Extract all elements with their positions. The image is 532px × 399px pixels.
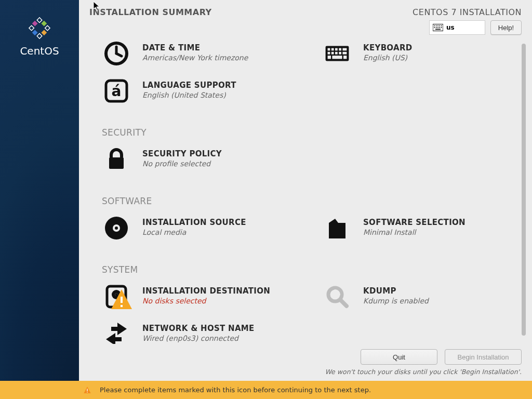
scrollbar-thumb[interactable]: [522, 44, 526, 336]
svg-rect-46: [87, 389, 87, 391]
spoke-status: English (US): [363, 54, 413, 62]
svg-rect-2: [32, 30, 38, 35]
language-icon: á: [102, 78, 131, 103]
svg-rect-47: [87, 392, 87, 392]
spoke-status: Local media: [142, 228, 246, 236]
lock-icon: [102, 147, 131, 172]
keyboard-icon: [433, 24, 443, 31]
magnifier-icon: [323, 284, 352, 309]
centos-logo-icon: [27, 16, 52, 41]
spoke-title: INSTALLATION SOURCE: [142, 218, 246, 227]
spoke-title: SOFTWARE SELECTION: [363, 218, 466, 227]
svg-rect-21: [331, 48, 334, 51]
svg-rect-26: [331, 52, 334, 55]
svg-rect-29: [342, 52, 347, 55]
spoke-status: Americas/New York timezone: [142, 54, 248, 62]
svg-rect-20: [328, 48, 330, 51]
spoke-title: KDUMP: [363, 286, 429, 296]
svg-rect-32: [343, 56, 347, 59]
warning-bar: Please complete items marked with this i…: [0, 381, 532, 399]
spoke-status: Kdump is enabled: [363, 297, 429, 305]
spoke-title: SECURITY POLICY: [142, 149, 222, 158]
footer-hint: We won't touch your disks until you clic…: [79, 368, 522, 376]
spoke-status: Minimal Install: [363, 228, 466, 236]
spoke-title: INSTALLATION DESTINATION: [142, 286, 270, 296]
sidebar: CentOS: [0, 0, 79, 381]
svg-rect-22: [335, 48, 338, 51]
category-system: SYSTEM: [102, 264, 512, 275]
spoke-installation-destination[interactable]: INSTALLATION DESTINATION No disks select…: [102, 284, 291, 309]
svg-rect-30: [328, 56, 331, 59]
svg-rect-9: [441, 25, 442, 26]
spoke-language[interactable]: á LANGUAGE SUPPORT English (United State…: [102, 78, 512, 103]
spoke-installation-source[interactable]: INSTALLATION SOURCE Local media: [102, 216, 291, 241]
svg-rect-24: [342, 48, 347, 51]
spoke-kdump[interactable]: KDUMP Kdump is enabled: [323, 284, 512, 309]
category-security: SECURITY: [102, 127, 512, 138]
svg-rect-1: [41, 30, 47, 35]
svg-rect-11: [436, 27, 437, 28]
hard-drive-icon: [102, 284, 131, 309]
spoke-datetime[interactable]: DATE & TIME Americas/New York timezone: [102, 41, 291, 66]
svg-rect-31: [332, 56, 342, 59]
svg-rect-13: [440, 27, 441, 28]
brand-text: CentOS: [20, 45, 59, 57]
spoke-title: LANGUAGE SUPPORT: [142, 81, 236, 90]
product-title: CENTOS 7 INSTALLATION: [413, 7, 522, 17]
svg-rect-8: [440, 25, 441, 26]
svg-rect-5: [434, 25, 435, 26]
spoke-title: KEYBOARD: [363, 43, 413, 52]
spoke-software-selection[interactable]: SOFTWARE SELECTION Minimal Install: [323, 216, 512, 241]
disc-icon: [102, 216, 131, 241]
spoke-status: No profile selected: [142, 159, 222, 168]
svg-line-45: [340, 300, 347, 306]
svg-point-38: [115, 227, 118, 230]
spoke-status: Wired (enp0s3) connected: [142, 334, 255, 342]
svg-rect-12: [437, 27, 438, 28]
warning-text: Please complete items marked with this i…: [100, 386, 371, 394]
category-software: SOFTWARE: [102, 196, 512, 206]
svg-rect-27: [335, 52, 338, 55]
svg-rect-43: [121, 305, 123, 307]
svg-rect-0: [41, 21, 47, 26]
svg-rect-15: [435, 29, 441, 30]
spoke-keyboard[interactable]: KEYBOARD English (US): [323, 41, 512, 66]
page-title: INSTALLATION SUMMARY: [89, 7, 212, 35]
warning-icon: [83, 386, 91, 394]
spoke-security-policy[interactable]: SECURITY POLICY No profile selected: [102, 147, 512, 172]
warning-badge-icon: [109, 287, 134, 312]
network-arrows-icon: [102, 322, 131, 344]
spoke-network[interactable]: NETWORK & HOST NAME Wired (enp0s3) conne…: [102, 322, 512, 344]
keyboard-layout-selector[interactable]: us: [429, 20, 485, 35]
package-icon: [323, 216, 352, 241]
begin-installation-button: Begin Installation: [445, 349, 522, 365]
svg-rect-28: [339, 52, 341, 55]
svg-rect-10: [434, 27, 435, 28]
keyboard-large-icon: [323, 41, 352, 66]
svg-rect-25: [328, 52, 330, 55]
svg-rect-42: [121, 297, 123, 303]
spoke-title: NETWORK & HOST NAME: [142, 324, 255, 333]
clock-icon: [102, 41, 131, 66]
keyboard-layout-label: us: [446, 24, 455, 31]
spoke-title: DATE & TIME: [142, 43, 248, 52]
svg-rect-23: [339, 48, 341, 51]
svg-rect-35: [109, 157, 124, 169]
svg-rect-14: [441, 27, 442, 28]
svg-text:á: á: [112, 83, 122, 100]
svg-rect-7: [437, 25, 438, 26]
spoke-status: English (United States): [142, 91, 236, 99]
help-button[interactable]: Help!: [490, 20, 522, 35]
spoke-status: No disks selected: [142, 297, 270, 305]
svg-rect-3: [32, 21, 38, 26]
svg-line-18: [116, 54, 122, 56]
quit-button[interactable]: Quit: [361, 349, 437, 365]
svg-rect-6: [436, 25, 437, 26]
